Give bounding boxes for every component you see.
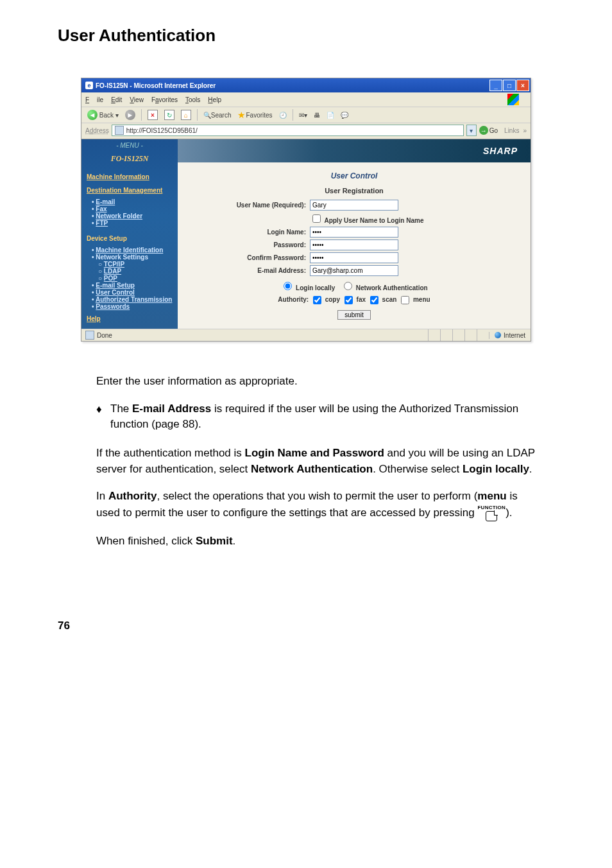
login-locally-radio[interactable]: Login locally (280, 284, 335, 291)
sharp-logo: SHARP (483, 146, 518, 156)
function-key-icon: FUNCTION (477, 505, 506, 523)
sidebar-item-authorized-transmission[interactable]: Authorized Transmission (92, 296, 178, 303)
forward-button[interactable]: ► (123, 109, 137, 121)
authority-menu-checkbox[interactable]: menu (398, 296, 430, 303)
sidebar-destination-management[interactable]: Destination Management (81, 184, 178, 197)
sidebar-item-email[interactable]: E-mail (92, 198, 178, 205)
menu-file[interactable]: File (85, 96, 103, 103)
maximize-button[interactable]: □ (503, 80, 516, 91)
page-number: 76 (58, 620, 554, 632)
edit-button[interactable]: 📄 (325, 109, 336, 121)
password-label: Password: (203, 241, 310, 248)
toolbar-separator (293, 109, 293, 121)
address-url: http://FOIS125CD95B61/ (126, 127, 198, 134)
page-icon (85, 331, 94, 340)
ie-window: e FO-IS125N - Microsoft Internet Explore… (81, 78, 531, 342)
address-label: Address (85, 127, 109, 134)
back-button[interactable]: ◄ Back ▾ (85, 109, 121, 121)
email-address-input[interactable] (310, 265, 398, 276)
sidebar-item-machine-id[interactable]: Machine Identification (92, 247, 178, 254)
toolbar-separator (197, 109, 198, 121)
sidebar-dest-list: E-mail Fax Network Folder FTP (81, 198, 178, 227)
login-name-label: Login Name: (203, 229, 310, 236)
sidebar-machine-information[interactable]: Machine Information (81, 170, 178, 184)
body-text: Enter the user information as appropriat… (96, 374, 535, 549)
menu-help[interactable]: Help (208, 96, 221, 103)
menu-view[interactable]: View (130, 96, 144, 103)
paragraph-submit: When finished, click Submit. (96, 534, 535, 550)
go-button[interactable]: →Go (479, 126, 498, 135)
sidebar: - MENU - FO-IS125N Machine Information D… (81, 139, 178, 329)
sidebar-item-pop[interactable]: POP (92, 275, 178, 282)
paragraph-auth-method: If the authentication method is Login Na… (96, 446, 535, 477)
address-input[interactable]: http://FOIS125CD95B61/ (112, 125, 464, 136)
sidebar-help[interactable]: Help (81, 311, 106, 326)
paragraph-authority: In Authority, select the operations that… (96, 489, 535, 522)
refresh-button[interactable]: ↻ (162, 109, 176, 121)
favorites-button[interactable]: ★ Favorites (235, 109, 274, 121)
authority-copy-checkbox[interactable]: copy (310, 296, 340, 303)
status-done: Done (81, 331, 428, 340)
confirm-password-label: Confirm Password: (203, 254, 310, 261)
apply-username-checkbox[interactable] (312, 214, 321, 223)
authority-label: Authority: (278, 296, 309, 303)
toolbar: ◄ Back ▾ ► × ↻ ⌂ 🔍 Search ★ Favorites 🕘 … (81, 107, 531, 123)
content-area: - MENU - FO-IS125N Machine Information D… (81, 139, 531, 329)
username-input[interactable] (310, 200, 398, 211)
ie-icon: e (85, 82, 93, 89)
main-panel: SHARP User Control User Registration Use… (178, 139, 531, 329)
sidebar-device-list: Machine Identification Network Settings … (81, 247, 178, 310)
sidebar-item-user-control[interactable]: User Control (92, 289, 178, 296)
status-bar: Done Internet (81, 329, 531, 341)
sidebar-device-setup: Device Setup (81, 232, 178, 245)
authority-scan-checkbox[interactable]: scan (368, 296, 397, 303)
toolbar-separator (141, 109, 142, 121)
banner: SHARP (178, 139, 531, 162)
stop-button[interactable]: × (146, 109, 160, 121)
menu-tools[interactable]: Tools (185, 96, 200, 103)
history-button[interactable]: 🕘 (277, 109, 289, 121)
page-icon (115, 126, 124, 135)
links-label[interactable]: Links (504, 127, 519, 134)
page-title: User Authentication (58, 26, 554, 46)
username-label: User Name (Required): (203, 202, 310, 209)
mail-button[interactable]: ✉▾ (297, 109, 309, 121)
minimize-button[interactable]: _ (489, 80, 502, 91)
sidebar-model: FO-IS125N (81, 152, 178, 170)
submit-button[interactable]: submit (337, 310, 370, 320)
network-auth-radio[interactable]: Network Authentication (341, 284, 428, 291)
sidebar-item-email-setup[interactable]: E-mail Setup (92, 282, 178, 289)
links-expand-icon[interactable]: » (523, 127, 527, 134)
sidebar-item-network-folder[interactable]: Network Folder (92, 213, 178, 220)
page-heading: User Control (203, 171, 505, 180)
discuss-button[interactable]: 💬 (339, 109, 350, 121)
password-input[interactable] (310, 239, 398, 250)
print-button[interactable]: 🖶 (312, 109, 322, 121)
globe-icon (495, 332, 501, 338)
search-button[interactable]: 🔍 Search (201, 109, 234, 121)
windows-flag-icon (507, 94, 519, 105)
authority-row: Authority: copy fax scan menu (203, 294, 505, 306)
email-address-label: E-mail Address: (203, 267, 310, 274)
sidebar-menu-header: - MENU - (81, 139, 178, 152)
authority-fax-checkbox[interactable]: fax (342, 296, 366, 303)
home-button[interactable]: ⌂ (179, 109, 193, 121)
login-name-input[interactable] (310, 227, 398, 238)
sidebar-item-passwords[interactable]: Passwords (92, 303, 178, 310)
window-title: FO-IS125N - Microsoft Internet Explorer (96, 82, 489, 89)
confirm-password-input[interactable] (310, 252, 398, 263)
section-subheading: User Registration (203, 187, 505, 195)
address-dropdown[interactable]: ▾ (466, 125, 477, 136)
bullet-email-required: The E-mail Address is required if the us… (96, 401, 535, 433)
menu-favorites[interactable]: Favorites (151, 96, 178, 103)
address-bar: Address http://FOIS125CD95B61/ ▾ →Go Lin… (81, 123, 531, 139)
menu-edit[interactable]: Edit (111, 96, 122, 103)
status-zone: Internet (489, 332, 531, 339)
sidebar-item-network-settings[interactable]: Network Settings (92, 254, 178, 261)
sidebar-item-fax[interactable]: Fax (92, 205, 178, 213)
close-button[interactable]: × (516, 80, 529, 91)
auth-method-row: Login locally Network Authentication (203, 280, 505, 291)
sidebar-item-ftp[interactable]: FTP (92, 220, 178, 227)
sidebar-item-ldap[interactable]: LDAP (92, 268, 178, 275)
sidebar-item-tcpip[interactable]: TCP/IP (92, 261, 178, 268)
